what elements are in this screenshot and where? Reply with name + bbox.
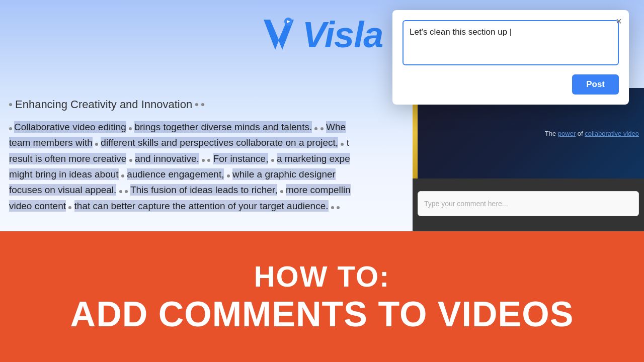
highlight-blue-text: power (558, 130, 576, 137)
bullet4 (320, 127, 324, 130)
post-button[interactable]: Post (572, 74, 619, 95)
comment-popup: × Post (392, 10, 629, 105)
highlighted-text-12: while a graphic designer (232, 168, 336, 180)
content-area: Enhancing Creativity and Innovation Coll… (0, 88, 644, 231)
bullet7 (129, 159, 132, 162)
comment-textarea[interactable] (403, 20, 619, 65)
highlighted-text-17: that can better capture the attention of… (74, 200, 329, 212)
highlighted-text-10: might bring in ideas about (9, 168, 119, 180)
bullet9 (207, 159, 210, 162)
bullet6 (341, 143, 344, 146)
highlighted-text-9: a marketing expe (277, 153, 350, 164)
highlighted-text-4: team members with (9, 137, 93, 148)
dot-marker-left (9, 103, 12, 106)
logo-text: Visla (302, 14, 383, 55)
highlighted-text-3: Whe (326, 121, 346, 133)
video-overlay-text: The power of collaborative video (545, 130, 639, 137)
bullet13 (119, 190, 122, 193)
bullet2 (129, 127, 132, 130)
bullet8 (202, 159, 205, 162)
highlighted-text-2: brings together diverse minds and talent… (134, 121, 312, 133)
popup-footer: Post (403, 74, 619, 95)
highlighted-text-7: and innovative. (135, 153, 199, 164)
visla-logo-icon (261, 15, 296, 55)
highlighted-text-1: Collaborative video editing (14, 121, 126, 133)
highlighted-text-15: more compellin (286, 184, 351, 196)
dot-marker-right2 (201, 103, 204, 106)
highlighted-text-14: This fusion of ideas leads to richer, (130, 184, 278, 196)
bullet12 (227, 174, 230, 177)
highlighted-text-5: different skills and perspectives collab… (101, 137, 338, 148)
bullet17 (331, 206, 334, 209)
video-preview: The power of collaborative video Type yo… (413, 88, 644, 231)
close-button[interactable]: × (616, 16, 622, 26)
highlighted-text-8: For instance, (213, 153, 269, 164)
comment-input-placeholder[interactable]: Type your comment here... (418, 191, 639, 216)
highlighted-text-13: focuses on visual appeal. (9, 184, 116, 196)
bullet3 (314, 127, 317, 130)
highlighted-text-11: audience engagement, (127, 168, 224, 180)
selected-text-block: Collaborative video editing brings toget… (9, 119, 404, 214)
bullet14 (125, 190, 128, 193)
dot-marker-right (195, 103, 198, 106)
bullet5 (95, 143, 98, 146)
bullet1 (9, 127, 12, 130)
bullet16 (68, 206, 71, 209)
bullet18 (337, 206, 340, 209)
highlight-blue-text2: collaborative video (585, 130, 639, 137)
bullet11 (121, 174, 124, 177)
bottom-section: HOW TO: ADD COMMENTS TO VIDEOS (0, 231, 644, 362)
bullet10 (271, 159, 274, 162)
section-heading: Enhancing Creativity and Innovation (9, 98, 404, 111)
highlighted-text-16: video content (9, 200, 66, 212)
bullet15 (280, 190, 283, 193)
add-comments-text: ADD COMMENTS TO VIDEOS (70, 295, 574, 334)
top-section: Visla Enhancing Creativity and Innovatio… (0, 0, 644, 231)
right-panel: The power of collaborative video Type yo… (413, 88, 644, 231)
text-panel: Enhancing Creativity and Innovation Coll… (0, 88, 413, 231)
comment-placeholder-text: Type your comment here... (424, 200, 508, 208)
heading-text: Enhancing Creativity and Innovation (15, 98, 192, 111)
highlighted-text-6: result is often more creative (9, 153, 126, 164)
how-to-text: HOW TO: (254, 259, 390, 293)
